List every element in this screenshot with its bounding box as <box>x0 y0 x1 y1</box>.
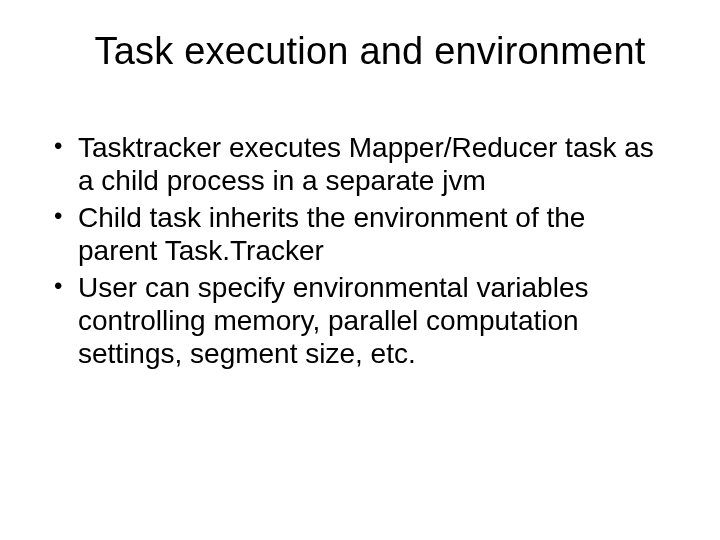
bullet-item: User can specify environmental variables… <box>50 271 670 370</box>
bullet-item: Child task inherits the environment of t… <box>50 201 670 267</box>
bullet-list: Tasktracker executes Mapper/Reducer task… <box>50 131 670 370</box>
bullet-item: Tasktracker executes Mapper/Reducer task… <box>50 131 670 197</box>
slide-body: Tasktracker executes Mapper/Reducer task… <box>40 131 680 370</box>
slide: Task execution and environment Tasktrack… <box>0 0 720 540</box>
slide-title: Task execution and environment <box>60 30 680 73</box>
